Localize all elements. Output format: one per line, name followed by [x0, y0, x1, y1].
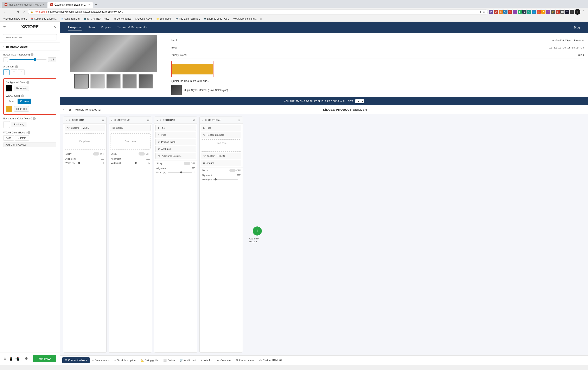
sidebar-back-button[interactable]: ‹ Request A Quote	[0, 43, 60, 51]
section4-block-related[interactable]: ⚙ Related products	[201, 132, 241, 138]
ext-icon-12[interactable]: ★	[541, 10, 546, 14]
bookmark-icon[interactable]: ☆	[483, 10, 485, 13]
align-center-button[interactable]: ≡	[11, 69, 17, 75]
tab2-close[interactable]: ✕	[88, 3, 90, 6]
profile-icon[interactable]: ●	[575, 9, 580, 15]
builder-back-arrow[interactable]: ‹	[63, 108, 64, 112]
ext-icon-6[interactable]: ●	[513, 10, 517, 14]
browser-tab-2[interactable]: M Özelleştir: Muğla Siyahı Merme... ✕	[47, 2, 93, 8]
menu-icon[interactable]: ⋮	[581, 10, 586, 14]
ext-icon-3[interactable]: ◉	[499, 10, 503, 14]
section4-delete-button[interactable]: 🗑	[238, 118, 241, 122]
toolbar-short-description[interactable]: ≡ Short description	[112, 357, 138, 363]
toolbar-wishlist[interactable]: ♥ Wishlist	[199, 357, 215, 363]
section3-block-rating[interactable]: ★ Product rating	[156, 139, 196, 145]
section4-block-sharing[interactable]: ⇄ Sharing	[201, 160, 241, 166]
section4-block-tabs[interactable]: ⊟ Tabs	[201, 125, 241, 131]
nav-tasarim[interactable]: Tasarım & Danışmanlık	[117, 24, 147, 31]
ext-icon-4[interactable]: 🛡	[503, 10, 507, 14]
section1-delete-button[interactable]: 🗑	[101, 118, 104, 122]
bookmark-elder[interactable]: 🎮 The Elder Scrolls...	[175, 17, 201, 21]
toolbar-add-to-cart[interactable]: 🛒 Add to cart	[177, 357, 199, 363]
bookmark-email[interactable]: ✉ English news and...	[2, 17, 28, 21]
ext-icon-8[interactable]: ⚙	[522, 10, 526, 14]
section3-drag-icon[interactable]: ⣿	[156, 119, 158, 121]
section3-width-slider[interactable]	[168, 172, 192, 173]
back-button[interactable]: ←	[2, 10, 8, 14]
toolbar-custom-html-02[interactable]: <> Custom HTML 02	[256, 357, 285, 363]
nav-ilham[interactable]: İlham	[88, 24, 95, 31]
ext-icon-15[interactable]: ⊕	[556, 10, 560, 14]
bg-color-pick-button[interactable]: Renk seç	[14, 86, 29, 91]
home-button[interactable]: ⌂	[22, 10, 26, 14]
related-product-item[interactable]: Muğla Siyahı Mermer (Koyu Seleksiyon) –.…	[171, 84, 584, 97]
button-size-value[interactable]: 1.5	[48, 57, 56, 62]
bookmark-google[interactable]: G Google Çeviri	[134, 17, 153, 21]
bookmark-ntv[interactable]: 📺 NTV HABER - Hab...	[83, 17, 111, 21]
section4-block-custom-html[interactable]: <> Custom HTML 01	[201, 153, 241, 159]
product-thumb-1[interactable]	[74, 74, 89, 89]
bookmark-convergence[interactable]: ◉ Convergence	[113, 17, 132, 21]
nav-hikayemiz[interactable]: Hikayemiz	[68, 24, 82, 31]
sidebar-search-input[interactable]	[3, 34, 57, 40]
ext-icon-11[interactable]: 🔒	[536, 10, 541, 14]
editing-banner-select[interactable]: ▾	[355, 99, 364, 103]
section4-toggle-switch[interactable]	[229, 169, 236, 172]
section4-settings-icon[interactable]: ⚙	[205, 119, 207, 121]
add-to-cart-button[interactable]	[172, 64, 213, 74]
bg-color-swatch[interactable]	[6, 85, 12, 91]
section4-drag-icon[interactable]: ⣿	[202, 119, 204, 121]
product-thumb-4[interactable]	[122, 74, 137, 89]
section3-block-attributes[interactable]: ⚙ Attributes	[156, 146, 196, 152]
ext-icon-16[interactable]: ⬜	[560, 10, 565, 14]
bg-hover-help-icon[interactable]: ?	[33, 117, 36, 120]
section1-block-custom-html[interactable]: <> Custom HTML 05	[65, 125, 105, 131]
reload-button[interactable]: ↺	[16, 9, 21, 14]
section3-settings-icon[interactable]: ⚙	[159, 119, 162, 121]
wcag-hover-custom-button[interactable]: Custom	[15, 135, 29, 141]
section2-settings-icon[interactable]: ⚙	[114, 119, 116, 121]
nav-blog[interactable]: Blog	[574, 26, 580, 29]
nav-projeler[interactable]: Projeler	[101, 24, 111, 31]
wcag-auto-button[interactable]: Auto	[6, 99, 16, 104]
forward-button[interactable]: →	[9, 10, 14, 14]
section2-delete-button[interactable]: 🗑	[147, 118, 150, 122]
settings-button[interactable]: ⚙	[25, 356, 28, 361]
section2-width-slider[interactable]	[122, 163, 147, 163]
section2-block-gallery[interactable]: 🖼 Gallery	[110, 125, 150, 131]
wcag-color-help-icon[interactable]: ?	[21, 94, 24, 97]
section3-block-additional[interactable]: <> Additional Custom...	[156, 153, 196, 159]
new-tab-button[interactable]: +	[93, 2, 99, 8]
section3-delete-button[interactable]: 🗑	[192, 118, 195, 122]
section1-width-slider[interactable]	[77, 163, 101, 163]
ext-icon-18[interactable]: ⬛	[570, 10, 574, 14]
toolbar-sizing-guide[interactable]: 📐 Sizing guide	[138, 357, 161, 363]
section1-settings-icon[interactable]: ⚙	[69, 119, 71, 121]
ext-icon-17[interactable]: 1.2	[565, 10, 569, 14]
align-right-button[interactable]: ≡	[18, 69, 24, 75]
tablet-view-icon[interactable]: 📱	[9, 357, 13, 361]
download-icon[interactable]: ⬇	[479, 10, 482, 13]
ext-icon-9[interactable]: 🔧	[527, 10, 531, 14]
section2-toggle-switch[interactable]	[138, 152, 145, 156]
wcag-color-swatch[interactable]	[6, 106, 12, 112]
bookmark-ortho[interactable]: 🗺 Orthophotos and...	[232, 17, 257, 21]
alignment-help-icon[interactable]: ?	[15, 65, 18, 68]
align-left-button[interactable]: ≡	[3, 69, 10, 75]
add-section-button[interactable]: +	[253, 226, 262, 236]
ext-icon-7[interactable]: ◆	[518, 10, 522, 14]
wcag-custom-button[interactable]: Custom	[18, 99, 32, 104]
bookmark-synchron[interactable]: 📧 Synchron Mail	[60, 17, 81, 21]
desktop-view-icon[interactable]: 🖥	[3, 357, 7, 361]
ext-icon-13[interactable]: ⚡	[546, 10, 550, 14]
publish-button[interactable]: YAYIMLA	[33, 355, 56, 362]
templates-label[interactable]: Multiple Templates (2)	[75, 108, 101, 111]
bookmarks-more[interactable]: »	[260, 17, 262, 20]
section4-width-slider[interactable]	[213, 179, 238, 180]
tab1-close[interactable]: ✕	[42, 3, 44, 6]
bg-hover-color-swatch[interactable]	[3, 121, 10, 128]
slider-refresh-button[interactable]: ↺	[3, 57, 8, 62]
ext-icon-5[interactable]: 🔴	[508, 10, 512, 14]
product-thumb-3[interactable]	[106, 74, 121, 89]
toolbar-button[interactable]: ⬜ Button	[161, 357, 177, 363]
